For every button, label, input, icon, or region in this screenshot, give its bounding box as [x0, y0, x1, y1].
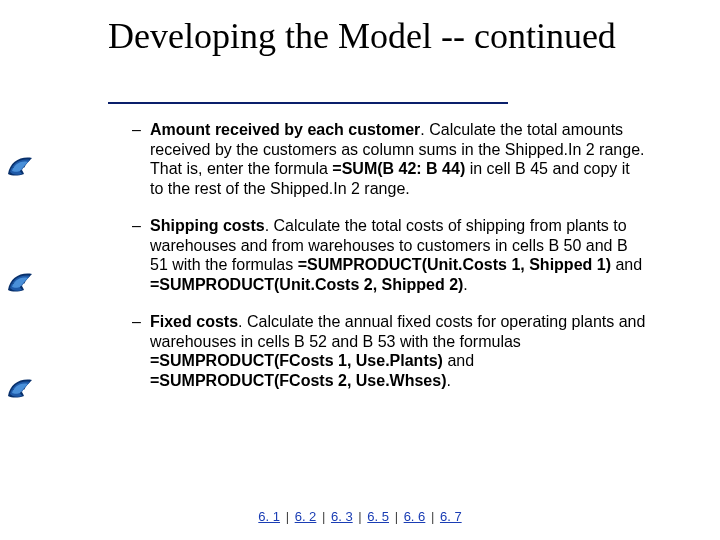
list-item-text: Shipping costs. Calculate the total cost…: [150, 216, 646, 294]
lead-phrase: Amount received by each customer: [150, 121, 420, 138]
footer-link[interactable]: 6. 3: [331, 509, 353, 524]
formula-text: =SUM(B 42: B 44): [332, 160, 465, 177]
lead-phrase: Fixed costs: [150, 313, 238, 330]
lead-phrase: Shipping costs: [150, 217, 265, 234]
footer-link[interactable]: 6. 1: [258, 509, 280, 524]
footer-nav: 6. 1 | 6. 2 | 6. 3 | 6. 5 | 6. 6 | 6. 7: [0, 509, 720, 524]
footer-link[interactable]: 6. 7: [440, 509, 462, 524]
list-item: – Shipping costs. Calculate the total co…: [132, 216, 646, 294]
body-text: – Amount received by each customer. Calc…: [132, 120, 646, 408]
leaf-icon: [6, 376, 34, 400]
footer-link[interactable]: 6. 5: [367, 509, 389, 524]
formula-text: =SUMPRODUCT(Unit.Costs 1, Shipped 1): [298, 256, 611, 273]
decorative-leaf-strip: [0, 104, 36, 404]
footer-sep: |: [284, 509, 291, 524]
slide: Developing the Model -- continued – Amou…: [0, 0, 720, 540]
list-item-text: Fixed costs. Calculate the annual fixed …: [150, 312, 646, 390]
formula-text: =SUMPRODUCT(Unit.Costs 2, Shipped 2): [150, 276, 463, 293]
leaf-icon: [6, 270, 34, 294]
bullet-dash: –: [132, 312, 150, 390]
footer-sep: |: [429, 509, 436, 524]
footer-link[interactable]: 6. 6: [404, 509, 426, 524]
bullet-dash: –: [132, 216, 150, 294]
list-item-text: Amount received by each customer. Calcul…: [150, 120, 646, 198]
list-item: – Fixed costs. Calculate the annual fixe…: [132, 312, 646, 390]
footer-sep: |: [393, 509, 400, 524]
list-item: – Amount received by each customer. Calc…: [132, 120, 646, 198]
footer-sep: |: [320, 509, 327, 524]
leaf-icon: [6, 154, 34, 178]
formula-text: =SUMPRODUCT(FCosts 2, Use.Whses): [150, 372, 447, 389]
title-underline: [108, 102, 508, 104]
bullet-dash: –: [132, 120, 150, 198]
footer-link[interactable]: 6. 2: [295, 509, 317, 524]
page-title: Developing the Model -- continued: [108, 16, 680, 56]
formula-text: =SUMPRODUCT(FCosts 1, Use.Plants): [150, 352, 443, 369]
footer-sep: |: [356, 509, 363, 524]
